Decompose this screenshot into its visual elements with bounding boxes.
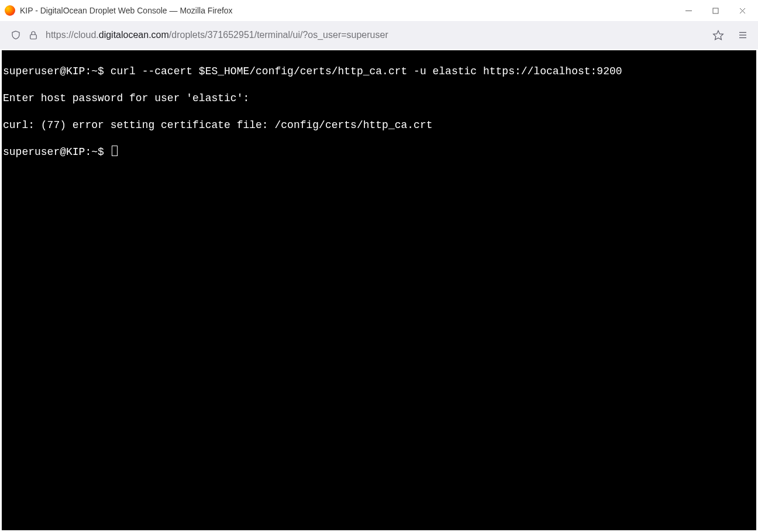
terminal-line: curl: (77) error setting certificate fil… [3, 119, 755, 132]
terminal-cursor [112, 146, 118, 156]
close-button[interactable] [729, 1, 756, 20]
lock-icon [28, 30, 39, 40]
bookmark-star-icon[interactable] [712, 29, 724, 41]
shield-icon [11, 30, 21, 40]
terminal-prompt-line: superuser@KIP:~$ [3, 146, 755, 159]
minimize-button[interactable] [675, 1, 702, 20]
browser-toolbar: https://cloud.digitalocean.com/droplets/… [0, 21, 758, 49]
url-text[interactable]: https://cloud.digitalocean.com/droplets/… [46, 30, 705, 40]
url-proto: https:// [46, 30, 74, 40]
terminal[interactable]: superuser@KIP:~$ curl --cacert $ES_HOME/… [2, 50, 756, 530]
firefox-icon [5, 5, 15, 16]
svg-marker-5 [714, 31, 723, 40]
url-sub: cloud. [74, 30, 99, 40]
terminal-prompt: superuser@KIP:~$ [3, 146, 111, 158]
svg-rect-1 [713, 8, 718, 13]
terminal-line: Enter host password for user 'elastic': [3, 92, 755, 105]
url-path: /droplets/371652951/terminal/ui/?os_user… [169, 30, 388, 40]
url-host: digitalocean.com [99, 30, 169, 40]
terminal-line: superuser@KIP:~$ curl --cacert $ES_HOME/… [3, 65, 755, 78]
svg-rect-4 [30, 34, 37, 39]
hamburger-menu-button[interactable] [732, 25, 753, 46]
window-title: KIP - DigitalOcean Droplet Web Console —… [20, 6, 233, 15]
maximize-button[interactable] [702, 1, 729, 20]
window-titlebar: KIP - DigitalOcean Droplet Web Console —… [0, 0, 758, 21]
url-bar[interactable]: https://cloud.digitalocean.com/droplets/… [5, 25, 730, 46]
